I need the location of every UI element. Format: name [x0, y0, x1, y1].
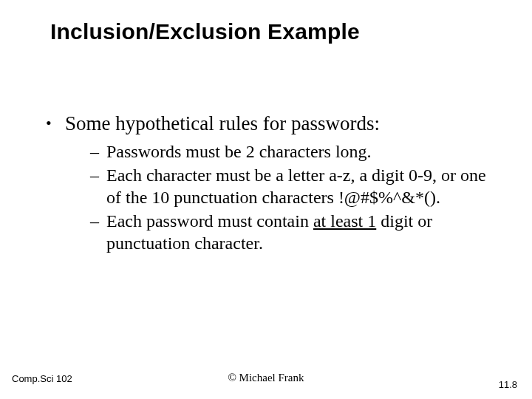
bullet-text: Some hypothetical rules for passwords: [65, 111, 380, 136]
dash-marker: – [90, 210, 106, 232]
sub-item: – Passwords must be 2 characters long. [90, 140, 488, 163]
slide-body: • Some hypothetical rules for passwords:… [46, 111, 488, 256]
sub-text-underlined: at least 1 [313, 211, 376, 231]
slide: Inclusion/Exclusion Example • Some hypot… [0, 0, 532, 399]
sub-list: – Passwords must be 2 characters long. –… [90, 140, 488, 254]
sub-item: – Each password must contain at least 1 … [90, 210, 488, 254]
slide-title: Inclusion/Exclusion Example [50, 19, 360, 44]
footer-page-number: 11.8 [499, 379, 517, 390]
sub-item: – Each character must be a letter a-z, a… [90, 164, 488, 208]
bullet-item: • Some hypothetical rules for passwords: [46, 111, 488, 136]
dash-marker: – [90, 140, 106, 163]
sub-text: Each character must be a letter a-z, a d… [106, 164, 488, 208]
sub-text: Each password must contain at least 1 di… [106, 210, 488, 254]
bullet-marker: • [46, 111, 65, 136]
footer-copyright: © Michael Frank [0, 372, 532, 384]
dash-marker: – [90, 164, 106, 186]
sub-text: Passwords must be 2 characters long. [106, 140, 372, 163]
sub-text-prefix: Each password must contain [106, 211, 313, 231]
